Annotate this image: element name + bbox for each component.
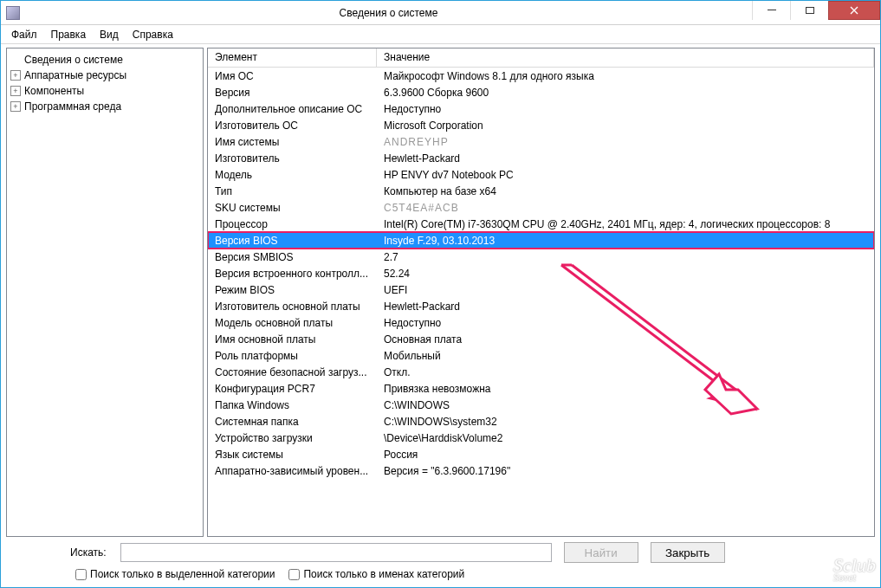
grid-row[interactable]: Конфигурация PCR7Привязка невозможна [208, 380, 874, 397]
close-window-button[interactable] [828, 1, 880, 20]
grid-row[interactable]: Версия BIOSInsyde F.29, 03.10.2013 [208, 232, 874, 249]
grid-cell-value: Hewlett-Packard [377, 300, 874, 313]
menu-file[interactable]: Файл [4, 27, 44, 42]
grid-cell-key: Папка Windows [208, 399, 377, 411]
close-icon [850, 6, 858, 15]
grid-cell-key: Версия [208, 87, 377, 99]
grid-row[interactable]: ПроцессорIntel(R) Core(TM) i7-3630QM CPU… [208, 216, 874, 232]
grid-cell-value: Мобильный [377, 350, 874, 362]
grid-row[interactable]: Состояние безопасной загруз...Откл. [208, 364, 874, 380]
window-controls [752, 1, 880, 20]
grid-cell-value: \Device\HarddiskVolume2 [377, 432, 874, 444]
grid-cell-key: Состояние безопасной загруз... [208, 366, 377, 378]
column-header-value[interactable]: Значение [377, 48, 874, 67]
grid-cell-key: Изготовитель [208, 152, 377, 165]
grid-row[interactable]: Системная папкаC:\WINDOWS\system32 [208, 413, 874, 430]
grid-cell-value: Microsoft Corporation [377, 120, 874, 132]
search-input[interactable] [120, 543, 552, 562]
grid-cell-value: Майкрософт Windows 8.1 для одного языка [377, 70, 874, 82]
grid-cell-value: Hewlett-Packard [377, 152, 874, 165]
grid-cell-key: Роль платформы [208, 350, 377, 362]
grid-row[interactable]: Язык системыРоссия [208, 446, 874, 462]
grid-row[interactable]: Режим BIOSUEFI [208, 281, 874, 298]
tree-root-label: Сведения о системе [24, 54, 123, 66]
grid-row[interactable]: SKU системыC5T4EA#ACB [208, 199, 874, 216]
find-button[interactable]: Найти [564, 542, 638, 563]
grid-row[interactable]: Папка WindowsC:\WINDOWS [208, 397, 874, 413]
chk-names-input[interactable] [288, 569, 300, 580]
tree-item[interactable]: +Аппаратные ресурсы [9, 68, 201, 83]
grid-cell-key: Имя ОС [208, 70, 377, 82]
grid-cell-value: 6.3.9600 Сборка 9600 [377, 87, 874, 99]
footer-bar: Искать: Найти Закрыть Поиск только в выд… [1, 537, 880, 587]
chk-names-label: Поиск только в именах категорий [303, 568, 464, 580]
column-header-element[interactable]: Элемент [208, 48, 377, 67]
details-pane: Элемент Значение Имя ОСМайкрософт Window… [207, 48, 875, 537]
chk-category-input[interactable] [75, 569, 87, 580]
grid-cell-value: C:\WINDOWS\system32 [377, 416, 874, 428]
grid-cell-key: Имя основной платы [208, 333, 377, 346]
search-row: Искать: Найти Закрыть [75, 542, 868, 563]
chk-category-label: Поиск только в выделенной категории [90, 568, 275, 580]
tree-expand-icon[interactable]: + [10, 70, 21, 81]
grid-row[interactable]: Устройство загрузки\Device\HarddiskVolum… [208, 430, 874, 446]
minimize-button[interactable] [752, 1, 790, 20]
menubar: Файл Правка Вид Справка [1, 25, 880, 44]
grid-cell-key: Изготовитель основной платы [208, 300, 377, 313]
grid-cell-value: HP ENVY dv7 Notebook PC [377, 169, 874, 181]
grid-row[interactable]: Изготовитель ОСMicrosoft Corporation [208, 117, 874, 133]
grid-header: Элемент Значение [208, 48, 874, 68]
grid-row[interactable]: Версия6.3.9600 Сборка 9600 [208, 84, 874, 100]
tree-root[interactable]: + Сведения о системе [9, 52, 201, 68]
menu-edit[interactable]: Правка [44, 27, 94, 42]
tree-pane[interactable]: + Сведения о системе +Аппаратные ресурсы… [6, 48, 204, 537]
tree-expand-icon[interactable]: + [10, 101, 21, 112]
grid-row[interactable]: Версия SMBIOS2.7 [208, 249, 874, 265]
app-icon [6, 6, 20, 20]
grid-cell-value: Россия [377, 449, 874, 461]
grid-cell-key: Модель основной платы [208, 317, 377, 329]
search-options: Поиск только в выделенной категории Поис… [75, 568, 868, 580]
grid-cell-key: Устройство загрузки [208, 432, 377, 444]
grid-cell-key: Модель [208, 169, 377, 181]
grid-cell-key: Тип [208, 185, 377, 197]
grid-cell-key: Изготовитель ОС [208, 120, 377, 132]
tree-expand-icon[interactable]: + [10, 86, 21, 96]
grid-row[interactable]: ИзготовительHewlett-Packard [208, 150, 874, 166]
tree-item[interactable]: +Программная среда [9, 99, 201, 114]
grid-row[interactable]: Дополнительное описание ОСНедоступно [208, 100, 874, 117]
grid-cell-key: Системная папка [208, 416, 377, 428]
grid-cell-value: C:\WINDOWS [377, 399, 874, 411]
grid-cell-key: Имя системы [208, 136, 377, 148]
grid-cell-key: Версия SMBIOS [208, 251, 377, 263]
menu-view[interactable]: Вид [93, 27, 126, 42]
grid-row[interactable]: Версия встроенного контролл...52.24 [208, 265, 874, 281]
grid-row[interactable]: ТипКомпьютер на базе x64 [208, 183, 874, 199]
grid-cell-key: SKU системы [208, 202, 377, 214]
grid-row[interactable]: Имя ОСМайкрософт Windows 8.1 для одного … [208, 68, 874, 84]
grid-row[interactable]: МодельHP ENVY dv7 Notebook PC [208, 166, 874, 183]
grid-row[interactable]: Аппаратно-зависимый уровен...Версия = "6… [208, 462, 874, 479]
grid-cell-value: Intel(R) Core(TM) i7-3630QM CPU @ 2.40GH… [377, 218, 874, 230]
tree-item[interactable]: +Компоненты [9, 83, 201, 99]
grid-cell-value: ANDREYHP [377, 136, 874, 148]
grid-body[interactable]: Имя ОСМайкрософт Windows 8.1 для одного … [208, 68, 874, 536]
grid-row[interactable]: Имя системыANDREYHP [208, 133, 874, 150]
menu-help[interactable]: Справка [126, 27, 180, 42]
grid-cell-value: C5T4EA#ACB [377, 202, 874, 214]
window-frame: Сведения о системе Файл Правка Вид Справ… [0, 0, 881, 588]
maximize-button[interactable] [790, 1, 828, 20]
grid-row[interactable]: Модель основной платыНедоступно [208, 314, 874, 331]
grid-cell-key: Конфигурация PCR7 [208, 383, 377, 395]
grid-cell-key: Версия встроенного контролл... [208, 268, 377, 280]
content-area: + Сведения о системе +Аппаратные ресурсы… [1, 44, 880, 537]
grid-row[interactable]: Роль платформыМобильный [208, 347, 874, 364]
titlebar[interactable]: Сведения о системе [1, 1, 880, 25]
grid-row[interactable]: Имя основной платыОсновная плата [208, 331, 874, 347]
window-title: Сведения о системе [25, 7, 752, 19]
chk-category[interactable]: Поиск только в выделенной категории [75, 568, 275, 580]
grid-cell-value: Основная плата [377, 333, 874, 346]
chk-names[interactable]: Поиск только в именах категорий [288, 568, 464, 580]
grid-row[interactable]: Изготовитель основной платыHewlett-Packa… [208, 298, 874, 314]
close-button[interactable]: Закрыть [651, 542, 725, 563]
